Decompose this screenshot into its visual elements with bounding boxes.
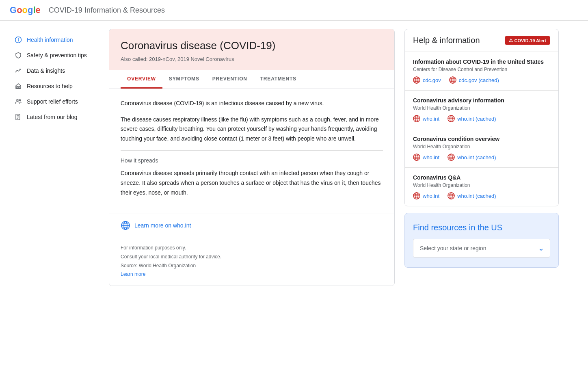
footer-line-1: For information purposes only. (121, 244, 383, 253)
card-subtitle: Also called: 2019-nCov, 2019 Novel Coron… (121, 56, 383, 62)
section-heading: How it spreads (121, 157, 383, 164)
who-advisory-link-cached[interactable]: who.int (cached) (447, 115, 496, 122)
globe-icon (447, 154, 455, 161)
sidebar-item-blog[interactable]: Latest from our blog (10, 109, 99, 125)
globe-icon (449, 76, 456, 84)
card-header: Coronavirus disease (COVID-19) Also call… (109, 29, 394, 70)
body-paragraph-3: Coronavirus disease spreads primarily th… (121, 169, 383, 197)
who-advisory-link[interactable]: who.int (413, 115, 439, 122)
globe-icon (121, 221, 130, 230)
globe-icon (447, 115, 455, 122)
svg-point-6 (19, 100, 21, 101)
help-item-org: World Health Organization (413, 182, 550, 188)
tab-symptoms[interactable]: SYMPTOMS (162, 70, 206, 89)
people-icon (15, 98, 22, 105)
help-card-title: Help & information (413, 36, 480, 45)
circle-info-icon (15, 36, 22, 43)
page-title: COVID-19 Information & Resources (49, 6, 165, 15)
help-item-who-overview: Coronavirus condition overview World Hea… (405, 129, 558, 168)
help-item-links: cdc.gov cdc.gov (cached) (413, 76, 550, 84)
who-qa-link-cached[interactable]: who.int (cached) (447, 192, 496, 199)
help-card-header: Help & information ⚠ COVID-19 Alert (405, 29, 558, 52)
help-item-links: who.int who.int (cached) (413, 192, 550, 199)
sidebar-item-label: Data & insights (27, 67, 65, 74)
who-overview-link-cached[interactable]: who.int (cached) (447, 154, 496, 161)
sidebar-item-label: Support relief efforts (27, 98, 78, 105)
covid-alert-badge: ⚠ COVID-19 Alert (505, 36, 550, 45)
learn-more-row: Learn more on who.int (109, 214, 394, 237)
globe-icon (413, 76, 420, 84)
main-card: Coronavirus disease (COVID-19) Also call… (109, 29, 395, 286)
help-item-org: World Health Organization (413, 144, 550, 149)
help-item-links: who.int who.int (cached) (413, 115, 550, 122)
sidebar-item-data-insights[interactable]: Data & insights (10, 63, 99, 78)
body-paragraph-1: Coronavirus disease (COVID-19) is an inf… (121, 99, 383, 108)
sidebar-item-safety-prevention[interactable]: Safety & prevention tips (10, 48, 99, 63)
help-item-title: Coronavirus Q&A (413, 174, 550, 181)
sidebar: Health information Safety & prevention t… (10, 29, 99, 286)
svg-point-2 (18, 38, 19, 39)
footer-line-3: Source: World Health Organization (121, 262, 383, 271)
find-resources-card: Find resources in the US Select your sta… (404, 213, 559, 268)
right-panel: Help & information ⚠ COVID-19 Alert Info… (404, 29, 559, 286)
globe-icon (413, 154, 420, 161)
help-item-title: Coronavirus advisory information (413, 97, 550, 104)
card-body: Coronavirus disease (COVID-19) is an inf… (109, 89, 394, 214)
help-item-who-advisory: Coronavirus advisory information World H… (405, 91, 558, 129)
tab-treatments[interactable]: TREATMENTS (254, 70, 303, 89)
who-qa-link[interactable]: who.int (413, 192, 439, 199)
sidebar-item-support-relief[interactable]: Support relief efforts (10, 94, 99, 109)
state-select-wrapper: Select your state or region Alabama Alas… (413, 239, 550, 258)
svg-point-5 (17, 100, 18, 101)
body-paragraph-2: The disease causes respiratory illness (… (121, 115, 383, 144)
sidebar-item-label: Resources to help (27, 83, 73, 89)
tab-prevention[interactable]: PREVENTION (206, 70, 254, 89)
find-card-title: Find resources in the US (413, 223, 550, 232)
card-footer: For information purposes only. Consult y… (109, 237, 394, 285)
document-icon (15, 113, 22, 121)
alert-triangle-icon: ⚠ (509, 38, 513, 43)
sidebar-item-resources-to-help[interactable]: Resources to help (10, 78, 99, 94)
main-content: Coronavirus disease (COVID-19) Also call… (109, 29, 395, 286)
sidebar-item-label: Health information (27, 37, 73, 43)
chart-line-icon (15, 67, 22, 74)
who-overview-link[interactable]: who.int (413, 154, 439, 161)
help-item-org: Centers for Disease Control and Preventi… (413, 67, 550, 72)
help-item-links: who.int who.int (cached) (413, 154, 550, 161)
sidebar-item-label: Safety & prevention tips (27, 52, 87, 58)
card-title: Coronavirus disease (COVID-19) (121, 39, 383, 53)
sidebar-item-health-information[interactable]: Health information (10, 32, 99, 48)
footer-disclaimer: For information purposes only. Consult y… (121, 244, 383, 279)
tab-overview[interactable]: OVERVIEW (121, 70, 162, 89)
card-tabs: OVERVIEW SYMPTOMS PREVENTION TREATMENTS (109, 70, 394, 89)
help-item-who-qa: Coronavirus Q&A World Health Organizatio… (405, 168, 558, 206)
help-item-org: World Health Organization (413, 105, 550, 111)
learn-more-link[interactable]: Learn more on who.int (134, 222, 191, 229)
globe-icon (447, 192, 455, 199)
help-card: Help & information ⚠ COVID-19 Alert Info… (404, 29, 559, 206)
home-icon (15, 82, 22, 90)
sidebar-item-label: Latest from our blog (27, 114, 78, 120)
cdc-link[interactable]: cdc.gov (413, 76, 441, 84)
state-select[interactable]: Select your state or region Alabama Alas… (413, 239, 550, 257)
globe-icon (413, 192, 420, 199)
footer-learn-more-link[interactable]: Learn more (121, 271, 145, 277)
google-logo: Google (10, 5, 41, 15)
cdc-link-cached[interactable]: cdc.gov (cached) (449, 76, 499, 84)
globe-icon (413, 115, 420, 122)
page-header: Google COVID-19 Information & Resources (0, 0, 588, 21)
page-layout: Health information Safety & prevention t… (0, 21, 569, 294)
shield-icon (15, 52, 22, 59)
svg-rect-1 (18, 39, 19, 42)
footer-line-2: Consult your local medical authority for… (121, 253, 383, 262)
badge-label: COVID-19 Alert (514, 38, 546, 43)
help-item-title: Coronavirus condition overview (413, 136, 550, 142)
help-item-title: Information about COVID-19 in the United… (413, 58, 550, 65)
section-divider (121, 150, 383, 151)
help-item-cdc-us: Information about COVID-19 in the United… (405, 52, 558, 91)
